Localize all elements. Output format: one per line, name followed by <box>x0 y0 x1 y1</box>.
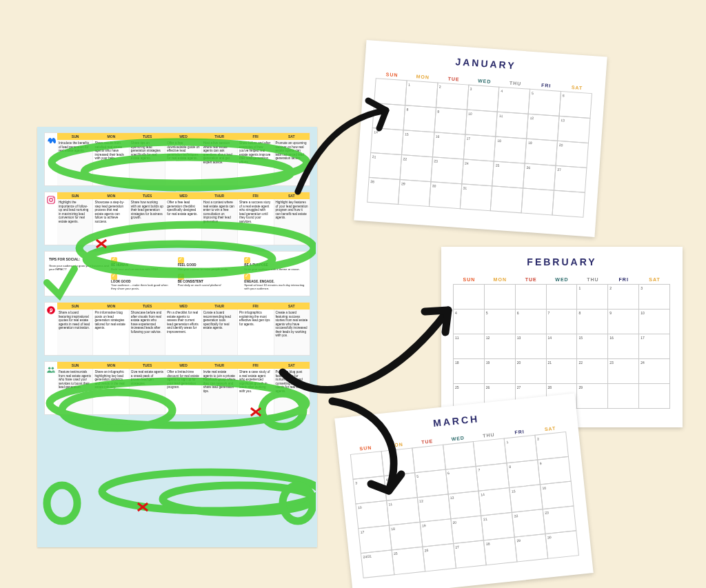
calendar-cell: 13 <box>515 334 547 359</box>
groups-icon <box>45 362 57 414</box>
content-cell: Share results from satisfied real estate… <box>92 140 128 185</box>
calendar-cell: 29 <box>514 534 548 562</box>
calendar-january: JANUARYSUNMONTUEWEDTHUFRISAT123456789101… <box>354 40 607 237</box>
content-cell: Promote an upcoming webinar on how real … <box>274 140 310 185</box>
calendar-cell: 13 <box>447 491 481 520</box>
calendar-cell: 8 <box>507 460 541 489</box>
day-header: SAT <box>274 133 310 140</box>
day-header: FRI <box>237 192 273 199</box>
calendar-cell: 19 <box>419 518 453 547</box>
day-header: SUN <box>57 303 93 310</box>
calendar-grid: 123456789101112131415161718192021222324/… <box>351 432 579 578</box>
day-header: THUR <box>201 303 237 310</box>
calendar-cell: 11 <box>496 112 529 139</box>
content-cell: Share a case study of a real estate agen… <box>237 369 273 414</box>
tip-item: FEEL GOODUse your content to make people… <box>178 257 239 271</box>
calendar-cell: 13 <box>557 116 590 143</box>
content-cell: Highlight key features of your lead gene… <box>274 199 310 245</box>
content-cell: Host a contest where real estate agents … <box>201 199 237 245</box>
day-header: SUN <box>57 362 93 369</box>
content-cell: Showcase before and after visuals from r… <box>129 310 165 355</box>
check-icon <box>178 257 184 263</box>
calendar-cell: 18 <box>494 136 527 164</box>
calendar-cell: 29 <box>398 179 431 207</box>
weekday-label: SAT <box>639 274 670 285</box>
content-cell: Offer a free downloadable guide on effec… <box>165 140 201 185</box>
day-header: MON <box>93 362 129 369</box>
day-content-row: Highlight the importance of follow-up an… <box>57 199 310 245</box>
calendar-cell: 30 <box>429 181 462 209</box>
calendar-cell: 20 <box>450 515 484 544</box>
calendar-cell: 3 <box>638 284 670 310</box>
calendar-cell: 4 <box>453 309 485 334</box>
day-header: THUR <box>201 192 237 199</box>
content-cell: Offer a free lead generation checklist s… <box>165 199 201 245</box>
calendar-cell: 27 <box>453 540 487 569</box>
calendar-cell: 10 <box>465 109 498 136</box>
content-cell: Share an infographic highlighting key le… <box>92 369 128 414</box>
day-header: WED <box>165 133 201 140</box>
day-header: TUES <box>130 133 165 140</box>
day-header: FRI <box>237 303 273 310</box>
calendar-cell: 21 <box>546 358 578 384</box>
check-icon <box>111 257 117 263</box>
tip-item: ENGAGE. ENGAGE.Spend at least 10 minutes… <box>244 274 305 291</box>
calendar-cell: 2 <box>534 432 568 460</box>
calendar-cell: 11 <box>453 334 485 359</box>
calendar-cell: 19 <box>484 358 516 384</box>
calendar-cell <box>515 284 547 310</box>
calendar-cell <box>412 445 445 474</box>
calendar-cell: 19 <box>525 139 558 166</box>
svg-point-3 <box>47 306 55 314</box>
calendar-cell <box>552 190 585 218</box>
calendar-cell: 24 <box>461 159 494 186</box>
svg-point-4 <box>48 367 51 370</box>
weekday-label: TUE <box>516 274 547 285</box>
calendar-cell: 7 <box>372 103 405 130</box>
calendar-cell <box>521 187 554 215</box>
check-icon <box>244 257 250 263</box>
calendar-cell: 14 <box>546 334 578 359</box>
day-header: SAT <box>274 303 310 310</box>
calendar-cell: 26 <box>422 543 456 572</box>
calendar-cell: 4 <box>497 87 530 114</box>
day-header: FRI <box>237 133 273 140</box>
platform-block-meta: SUNMONTUESWEDTHURFRISATIntroduce the ben… <box>44 132 310 186</box>
calendar-cell: 12 <box>526 114 559 141</box>
calendar-cell: 8 <box>403 105 436 132</box>
calendar-cell <box>546 284 578 310</box>
calendar-cell: 6 <box>559 91 592 119</box>
tips-sub: Grow your audience to grow your business… <box>49 264 111 271</box>
content-cell: Showcase a step-by-step lead generation … <box>92 199 128 245</box>
calendar-cell: 1 <box>405 80 438 108</box>
content-cell: Show before and after examples of how yo… <box>237 140 273 185</box>
calendar-cell: 15 <box>509 484 543 513</box>
calendar-grid: 1234567891011121314151617181920212223242… <box>454 285 670 409</box>
calendar-cell <box>607 383 639 409</box>
calendar-cell: 9 <box>537 456 571 485</box>
calendar-cell: 2 <box>607 284 639 310</box>
weekday-header: SUNMONTUEWEDTHUFRISAT <box>454 274 670 285</box>
calendar-cell: 22 <box>399 154 432 182</box>
content-cell: Share a success story of a real estate a… <box>237 199 273 245</box>
day-header: THUR <box>201 362 237 369</box>
calendar-cell: 18 <box>453 358 485 384</box>
content-cell: Share how working with an agent builds u… <box>129 199 165 245</box>
instagram-icon <box>45 192 57 245</box>
weekday-label: FRI <box>608 274 639 285</box>
content-cell: Highlight the importance of follow-up an… <box>57 199 92 245</box>
calendar-cell: 18 <box>389 522 423 551</box>
calendar-cell: 2 <box>436 82 469 110</box>
content-cell: Invite real estate agents to join a priv… <box>201 369 237 414</box>
calendar-cell: 25 <box>391 547 425 576</box>
tip-item: LOOK GOODYour audience – make them look … <box>111 274 172 291</box>
day-header: TUES <box>130 362 165 369</box>
day-header: WED <box>165 192 201 199</box>
calendar-cell: 3 <box>353 476 387 505</box>
calendar-cell <box>638 383 670 409</box>
calendar-cell: 25 <box>492 161 525 188</box>
calendar-cell: 17 <box>358 525 392 554</box>
calendar-cell: 1 <box>504 435 538 464</box>
content-cell: Curate a board recommending lead generat… <box>201 310 237 355</box>
content-cell: Feature testimonials from real estate ag… <box>57 369 92 414</box>
